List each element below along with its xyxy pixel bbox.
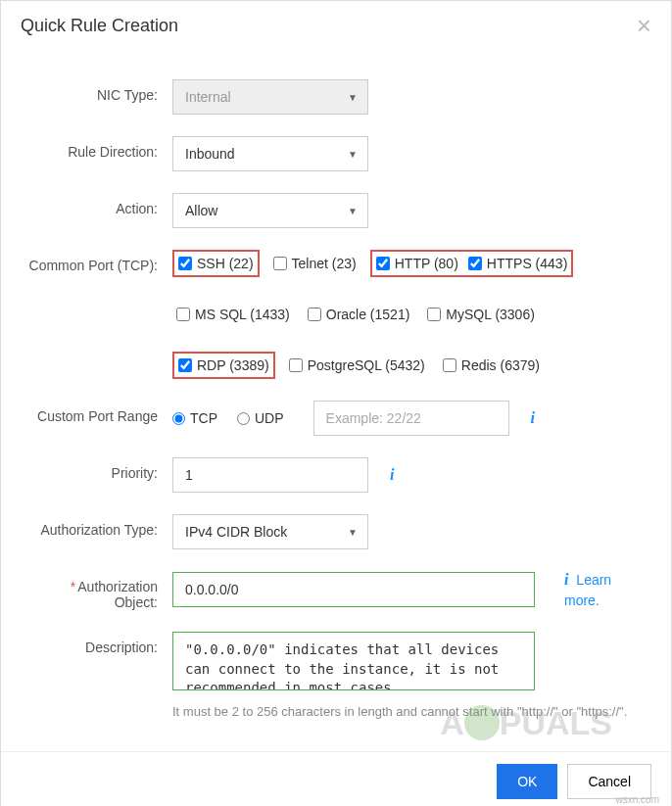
checkbox-mysql-input[interactable] [427, 308, 441, 321]
learn-more-text2: more. [564, 593, 600, 608]
select-action-value: Allow [185, 203, 217, 218]
row-priority: Priority: i [25, 457, 647, 493]
row-action: Action: Allow [25, 193, 647, 228]
radio-udp[interactable]: UDP [237, 410, 284, 426]
row-auth-type: Authorization Type: IPv4 CIDR Block [25, 514, 647, 549]
label-action: Action: [25, 193, 172, 216]
select-auth-type[interactable]: IPv4 CIDR Block [172, 514, 368, 549]
checkbox-http-label: HTTP (80) [395, 256, 458, 271]
select-nic-type: Internal [172, 79, 368, 115]
checkbox-oracle[interactable]: Oracle (1521) [304, 301, 414, 328]
select-action[interactable]: Allow [172, 193, 368, 228]
label-auth-object: *Authorization Object: [25, 571, 172, 610]
input-priority[interactable] [172, 457, 368, 493]
ok-button[interactable]: OK [497, 764, 557, 799]
quick-rule-dialog: Quick Rule Creation × NIC Type: Internal… [0, 0, 672, 806]
label-common-port: Common Port (TCP): [25, 250, 172, 273]
checkbox-rdp-input[interactable] [178, 358, 192, 372]
row-auth-object: *Authorization Object: i Learn more. [25, 571, 647, 610]
checkbox-https-label: HTTPS (443) [487, 256, 567, 271]
radio-udp-label: UDP [255, 410, 284, 426]
dialog-title: Quick Rule Creation [21, 16, 178, 36]
radio-tcp-label: TCP [190, 410, 217, 426]
row-description: Description: It must be 2 to 256 charact… [25, 632, 647, 722]
label-rule-direction: Rule Direction: [25, 136, 172, 160]
label-nic-type: NIC Type: [25, 79, 172, 103]
checkbox-ssh[interactable]: SSH (22) [172, 250, 260, 277]
row-rule-direction: Rule Direction: Inbound [25, 136, 647, 171]
group-http-https: HTTP (80) HTTPS (443) [370, 250, 574, 277]
checkbox-mssql[interactable]: MS SQL (1433) [172, 301, 294, 328]
select-nic-type-value: Internal [185, 89, 231, 105]
checkbox-telnet[interactable]: Telnet (23) [269, 250, 360, 277]
info-icon[interactable]: i [390, 466, 394, 484]
radio-tcp[interactable]: TCP [172, 410, 217, 426]
checkbox-oracle-input[interactable] [308, 308, 321, 321]
cancel-button[interactable]: Cancel [567, 764, 651, 799]
select-auth-type-value: IPv4 CIDR Block [185, 524, 287, 540]
dialog-header: Quick Rule Creation × [1, 1, 671, 50]
row-custom-port: Custom Port Range TCP UDP i [25, 401, 647, 436]
description-helper: It must be 2 to 256 characters in length… [172, 702, 647, 722]
checkbox-oracle-label: Oracle (1521) [326, 307, 410, 322]
checkbox-telnet-label: Telnet (23) [292, 256, 357, 271]
required-asterisk: * [71, 579, 75, 594]
form-body: NIC Type: Internal Rule Direction: Inbou… [1, 50, 671, 747]
checkbox-redis-label: Redis (6379) [461, 357, 540, 373]
label-auth-object-text: Authorization Object: [77, 579, 158, 610]
checkbox-ssh-label: SSH (22) [197, 256, 254, 271]
checkbox-rdp-label: RDP (3389) [197, 357, 269, 373]
checkbox-redis-input[interactable] [443, 358, 456, 372]
label-auth-type: Authorization Type: [25, 514, 172, 538]
close-icon[interactable]: × [637, 13, 651, 38]
row-common-port: Common Port (TCP): SSH (22) Telnet (23) … [25, 250, 647, 379]
label-description: Description: [25, 632, 172, 655]
checkbox-http[interactable]: HTTP (80) [376, 250, 458, 277]
checkbox-ssh-input[interactable] [178, 257, 192, 270]
radio-udp-input[interactable] [237, 412, 250, 425]
row-nic-type: NIC Type: Internal [25, 79, 647, 115]
checkbox-telnet-input[interactable] [273, 257, 287, 270]
info-icon: i [564, 571, 568, 589]
dialog-footer: OK Cancel [1, 751, 671, 807]
info-icon[interactable]: i [531, 409, 535, 427]
checkbox-postgresql-input[interactable] [289, 358, 303, 372]
input-auth-object[interactable] [172, 572, 535, 607]
select-rule-direction[interactable]: Inbound [172, 136, 368, 171]
select-rule-direction-value: Inbound [185, 146, 235, 162]
checkbox-https-input[interactable] [468, 257, 482, 270]
radio-tcp-input[interactable] [172, 412, 185, 425]
checkbox-redis[interactable]: Redis (6379) [439, 352, 544, 379]
checkbox-mysql-label: MySQL (3306) [446, 307, 535, 322]
learn-more-text1: Learn [576, 572, 611, 588]
textarea-description[interactable] [172, 632, 535, 690]
checkbox-mssql-input[interactable] [176, 308, 190, 321]
checkbox-http-input[interactable] [376, 257, 390, 270]
checkbox-rdp[interactable]: RDP (3389) [172, 352, 275, 379]
input-custom-port[interactable] [313, 401, 509, 436]
label-custom-port: Custom Port Range [25, 401, 172, 424]
checkbox-mssql-label: MS SQL (1433) [195, 307, 290, 322]
learn-more-link[interactable]: i Learn more. [564, 571, 611, 608]
label-priority: Priority: [25, 457, 172, 481]
checkbox-https[interactable]: HTTPS (443) [468, 250, 567, 277]
checkbox-postgresql-label: PostgreSQL (5432) [308, 357, 425, 373]
checkbox-postgresql[interactable]: PostgreSQL (5432) [285, 352, 429, 379]
checkbox-mysql[interactable]: MySQL (3306) [423, 301, 539, 328]
